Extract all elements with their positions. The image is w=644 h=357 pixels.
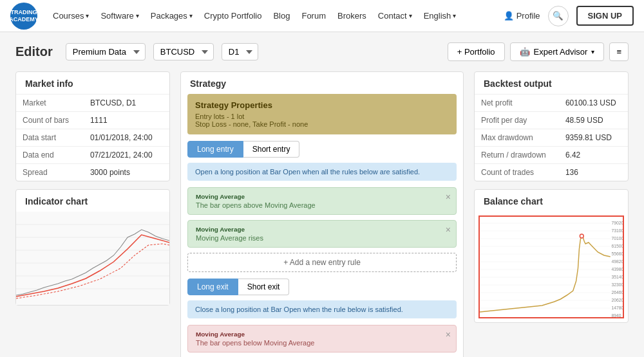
entry-rule-2-desc: Moving Average rises bbox=[196, 234, 448, 242]
svg-text:73100: 73100 bbox=[612, 228, 623, 233]
add-entry-rule-button[interactable]: + Add a new entry rule bbox=[187, 253, 457, 272]
svg-text:70100: 70100 bbox=[612, 236, 623, 241]
backtest-table-row: Return / drawdown6.42 bbox=[475, 147, 628, 164]
strategy-title: Strategy bbox=[181, 72, 463, 94]
editor-actions: + Portfolio 🤖 Expert Advisor ▾ ≡ bbox=[448, 42, 629, 61]
portfolio-button[interactable]: + Portfolio bbox=[448, 42, 505, 61]
svg-text:79020: 79020 bbox=[612, 221, 623, 225]
backtest-table: Net profit60100.13 USDProfit per day48.5… bbox=[475, 94, 628, 181]
exit-tabs: Long exit Short exit bbox=[187, 279, 457, 295]
balance-chart-title: Balance chart bbox=[475, 190, 628, 212]
nav-links: Courses ▾ Software ▾ Packages ▾ Crypto P… bbox=[53, 11, 504, 21]
search-button[interactable]: 🔍 bbox=[548, 6, 569, 26]
long-exit-instruction: Close a long position at Bar Open when t… bbox=[187, 300, 457, 318]
logo-circle: TRADING ACADEMY bbox=[10, 3, 37, 30]
editor-title: Editor bbox=[15, 44, 53, 59]
short-entry-tab[interactable]: Short entry bbox=[243, 141, 300, 158]
logo-line2: ACADEMY bbox=[9, 16, 39, 23]
exit-rule-1-title: Moving Average bbox=[196, 331, 448, 338]
exit-rule-1: × Moving Average The bar opens below Mov… bbox=[187, 325, 457, 352]
svg-text:20620: 20620 bbox=[612, 298, 623, 302]
signup-button[interactable]: SIGN UP bbox=[576, 6, 634, 26]
profile-link[interactable]: 👤 Profile bbox=[504, 11, 540, 21]
long-exit-tab[interactable]: Long exit bbox=[187, 279, 238, 295]
nav-brokers[interactable]: Brokers bbox=[337, 11, 366, 21]
strategy-properties-heading: Strategy Properties bbox=[195, 100, 449, 110]
chevron-down-icon: ▾ bbox=[453, 12, 456, 19]
timeframe-select[interactable]: D1 bbox=[222, 43, 258, 60]
market-table-row: MarketBTCUSD, D1 bbox=[16, 95, 169, 112]
market-table-row: Count of bars1111 bbox=[16, 112, 169, 129]
expert-advisor-button[interactable]: 🤖 Expert Advisor ▾ bbox=[510, 42, 605, 61]
left-column: Market info MarketBTCUSD, D1Count of bar… bbox=[15, 71, 170, 357]
svg-text:61500: 61500 bbox=[612, 244, 623, 248]
pair-select[interactable]: BTCUSD bbox=[153, 43, 214, 60]
exit-rule-1-desc: The bar opens below Moving Average bbox=[196, 339, 448, 347]
nav-right: 👤 Profile 🔍 SIGN UP bbox=[504, 6, 634, 26]
long-entry-tab[interactable]: Long entry bbox=[187, 141, 243, 158]
close-icon[interactable]: × bbox=[446, 192, 451, 202]
market-table-row: Data end07/21/2021, 24:00 bbox=[16, 147, 169, 164]
entry-rule-2: × Moving Average Moving Average rises bbox=[187, 220, 457, 248]
entry-rule-1: × Moving Average The bar opens above Mov… bbox=[187, 187, 457, 215]
entry-tabs: Long entry Short entry bbox=[187, 141, 457, 158]
indicator-chart-canvas bbox=[16, 212, 169, 305]
svg-text:43980: 43980 bbox=[612, 267, 623, 271]
logo-line1: TRADING bbox=[11, 9, 37, 15]
nav-packages[interactable]: Packages ▾ bbox=[151, 11, 193, 21]
long-entry-instruction: Open a long position at Bar Open when al… bbox=[187, 163, 457, 181]
svg-text:49820: 49820 bbox=[612, 259, 623, 264]
strategy-properties-line1: Entry lots - 1 lot bbox=[195, 113, 449, 120]
svg-text:35140: 35140 bbox=[612, 275, 623, 279]
navbar: TRADING ACADEMY Courses ▾ Software ▾ Pac… bbox=[0, 0, 644, 32]
nav-courses[interactable]: Courses ▾ bbox=[53, 11, 89, 21]
close-icon[interactable]: × bbox=[446, 224, 451, 235]
svg-point-31 bbox=[580, 234, 583, 238]
chevron-down-icon: ▾ bbox=[591, 48, 594, 55]
chevron-down-icon: ▾ bbox=[86, 12, 89, 19]
nav-english[interactable]: English ▾ bbox=[424, 11, 457, 21]
short-exit-tab[interactable]: Short exit bbox=[238, 279, 290, 295]
nav-crypto[interactable]: Crypto Portfolio bbox=[204, 11, 262, 21]
nav-forum[interactable]: Forum bbox=[301, 11, 326, 21]
strategy-properties-line2: Stop Loss - none, Take Profit - none bbox=[195, 120, 449, 128]
data-source-select[interactable]: Premium Data bbox=[66, 43, 146, 60]
robot-icon: 🤖 bbox=[520, 47, 530, 57]
entry-rule-1-desc: The bar opens above Moving Average bbox=[196, 201, 448, 209]
logo[interactable]: TRADING ACADEMY bbox=[10, 3, 37, 30]
editor-header: Editor Premium Data BTCUSD D1 + Portfoli… bbox=[15, 42, 629, 61]
user-icon: 👤 bbox=[504, 11, 514, 21]
svg-text:55660: 55660 bbox=[612, 252, 623, 256]
market-table-row: Spread3000 points bbox=[16, 164, 169, 181]
balance-chart-canvas: 79020 73100 70100 61500 55660 49820 4398… bbox=[478, 215, 624, 318]
search-icon: 🔍 bbox=[553, 11, 564, 21]
market-table-row: Data start01/01/2018, 24:00 bbox=[16, 129, 169, 147]
strategy-properties-box: Strategy Properties Entry lots - 1 lot S… bbox=[187, 94, 457, 134]
chevron-down-icon: ▾ bbox=[189, 12, 193, 19]
backtest-table-row: Profit per day48.59 USD bbox=[475, 112, 628, 129]
balance-chart-panel: Balance chart bbox=[474, 189, 629, 323]
indicator-chart-panel: Indicator chart bbox=[15, 189, 170, 306]
market-info-title: Market info bbox=[16, 72, 169, 94]
backtest-table-row: Net profit60100.13 USD bbox=[475, 95, 628, 112]
chevron-down-icon: ▾ bbox=[409, 12, 412, 19]
backtest-panel: Backtest output Net profit60100.13 USDPr… bbox=[474, 71, 629, 181]
market-info-table: MarketBTCUSD, D1Count of bars1111Data st… bbox=[16, 94, 169, 181]
svg-text:32300: 32300 bbox=[612, 282, 623, 287]
svg-text:14780: 14780 bbox=[612, 306, 623, 310]
menu-button[interactable]: ≡ bbox=[609, 42, 629, 61]
close-icon[interactable]: × bbox=[446, 329, 451, 340]
page-content: Editor Premium Data BTCUSD D1 + Portfoli… bbox=[0, 32, 644, 357]
backtest-table-row: Max drawdown9359.81 USD bbox=[475, 129, 628, 147]
indicator-chart-title: Indicator chart bbox=[16, 190, 169, 212]
market-info-panel: Market info MarketBTCUSD, D1Count of bar… bbox=[15, 71, 170, 181]
nav-contact[interactable]: Contact ▾ bbox=[378, 11, 412, 21]
svg-text:26460: 26460 bbox=[612, 290, 623, 295]
main-grid: Market info MarketBTCUSD, D1Count of bar… bbox=[15, 71, 629, 357]
nav-blog[interactable]: Blog bbox=[273, 11, 290, 21]
backtest-title: Backtest output bbox=[475, 72, 628, 94]
strategy-column: Strategy Strategy Properties Entry lots … bbox=[180, 71, 464, 357]
backtest-table-row: Count of trades136 bbox=[475, 164, 628, 181]
nav-software[interactable]: Software ▾ bbox=[100, 11, 138, 21]
strategy-panel: Strategy Strategy Properties Entry lots … bbox=[180, 71, 464, 357]
